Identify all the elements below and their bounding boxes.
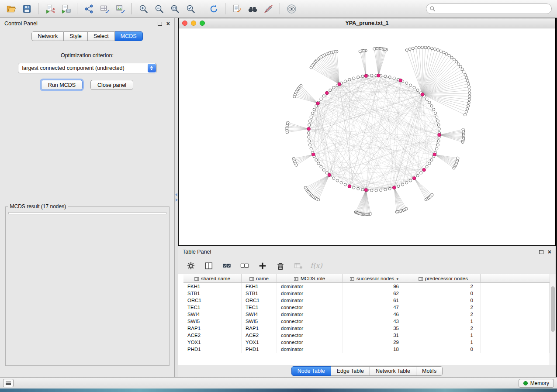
toolbar-separator [202, 3, 202, 14]
close-table-panel-icon[interactable]: × [548, 249, 551, 255]
import-network-file-button[interactable] [42, 2, 57, 15]
expand-panel-icon[interactable] [176, 198, 178, 202]
export-image-button[interactable] [113, 2, 128, 15]
maximize-window-icon[interactable] [200, 21, 205, 26]
sort-arrow-icon: ▾ [396, 277, 398, 281]
zoom-selected-icon [186, 4, 196, 14]
zoom-in-button[interactable] [136, 2, 151, 15]
cell-mcds-role: dominator [277, 290, 343, 297]
new-network-table-button[interactable] [97, 2, 112, 15]
tab-motifs[interactable]: Motifs [416, 366, 443, 376]
criterion-dropdown[interactable]: largest connected component (undirected) [18, 63, 157, 73]
table-row[interactable]: TEC1TEC1connector472 [183, 304, 550, 311]
control-panel-title: Control Panel [4, 21, 158, 27]
tab-select[interactable]: Select [88, 31, 115, 41]
export-document-button[interactable] [229, 2, 244, 15]
table-row[interactable]: ORC1ORC1dominator610 [183, 297, 550, 304]
network-window-titlebar[interactable]: YPA_prune.txt_1 [179, 18, 555, 28]
table-row[interactable]: SWI5SWI5connector431 [183, 318, 550, 325]
zoom-fit-button[interactable] [167, 2, 182, 15]
cell-successor-nodes: 46 [343, 311, 406, 318]
memory-button[interactable]: Memory [519, 379, 554, 388]
refresh-view-button[interactable] [206, 2, 221, 15]
mcds-result-title: MCDS result (17 nodes) [8, 203, 68, 210]
table-row[interactable]: SWI4SWI4dominator462 [183, 311, 550, 318]
select-all-button[interactable] [221, 260, 232, 272]
table-panel-header: Table Panel × [178, 246, 556, 258]
table-row[interactable]: YOX1YOX1connector291 [183, 339, 550, 346]
column-header-successor-nodes[interactable]: successor nodes▾ [343, 274, 406, 283]
new-network-button[interactable] [81, 2, 96, 15]
cell-mcds-role: dominator [277, 283, 343, 290]
table-row[interactable]: FKH1FKH1dominator962 [183, 283, 550, 290]
cell-predecessor-nodes: 2 [406, 283, 481, 290]
close-window-icon[interactable] [182, 21, 187, 26]
cell-shared-name: STB1 [183, 290, 242, 297]
delete-rows-button[interactable] [275, 260, 286, 272]
import-table-file-button[interactable] [58, 2, 73, 15]
annotation-pen-button[interactable] [261, 2, 276, 15]
panel-splitter[interactable] [175, 18, 178, 377]
unselect-all-icon [240, 261, 249, 271]
network-window-title: YPA_prune.txt_1 [179, 20, 555, 26]
tab-network[interactable]: Network [31, 31, 64, 41]
mcds-result-item[interactable]: PHD1 [12, 214, 166, 214]
table-row[interactable]: STB1STB1dominator620 [183, 290, 550, 297]
column-header-mcds-role[interactable]: MCDS role [277, 274, 343, 283]
close-panel-icon[interactable]: × [166, 21, 170, 27]
cell-name: FKH1 [242, 283, 277, 290]
mcds-result-list[interactable]: PHD1CAR1STP4TID3YOX1SWI4SRD1PMA2FKH1ACE2… [8, 212, 166, 214]
column-grid-icon [294, 277, 298, 281]
destroy-table-button[interactable] [293, 260, 304, 272]
float-table-panel-icon[interactable] [539, 250, 543, 254]
add-row-button[interactable] [257, 260, 268, 272]
tab-node-table[interactable]: Node Table [291, 366, 331, 376]
show-columns-button[interactable] [203, 260, 214, 272]
select-all-icon [222, 261, 232, 271]
zoom-out-button[interactable] [152, 2, 166, 15]
table-row[interactable]: RAP1RAP1dominator352 [183, 325, 550, 332]
tab-edge-table[interactable]: Edge Table [331, 366, 370, 376]
zoom-selected-button[interactable] [183, 2, 198, 15]
import-table-file-icon [61, 4, 71, 14]
run-mcds-button[interactable]: Run MCDS [41, 80, 83, 90]
column-header-predecessor-nodes[interactable]: predecessor nodes [406, 274, 481, 283]
column-label: shared name [201, 276, 230, 281]
tab-mcds[interactable]: MCDS [115, 31, 143, 41]
cell-successor-nodes: 31 [343, 332, 406, 339]
cell-predecessor-nodes: 2 [406, 304, 481, 311]
unselect-all-button[interactable] [239, 260, 250, 272]
table-row[interactable]: PHD1PHD1dominator180 [183, 346, 550, 353]
float-panel-icon[interactable] [158, 22, 162, 26]
function-builder-button[interactable]: f(x) [311, 260, 322, 272]
cell-name: YOX1 [242, 339, 277, 346]
network-canvas[interactable] [179, 28, 555, 245]
table-scrollbar[interactable] [550, 274, 556, 365]
status-menu-button[interactable] [3, 379, 14, 387]
column-grid-icon [194, 277, 199, 281]
search-binoculars-button[interactable] [245, 2, 260, 15]
network-graph[interactable] [179, 28, 555, 245]
close-panel-button[interactable]: Close panel [90, 80, 133, 90]
save-session-button[interactable] [19, 2, 34, 15]
table-scrollbar-thumb[interactable] [551, 286, 555, 332]
dropdown-stepper-icon [148, 64, 156, 72]
open-file-icon [6, 4, 16, 14]
table-panel-title: Table Panel [183, 249, 539, 255]
minimize-window-icon[interactable] [191, 21, 196, 26]
cell-mcds-role: dominator [277, 325, 343, 332]
cell-shared-name: YOX1 [183, 339, 242, 346]
tab-network-table[interactable]: Network Table [370, 366, 416, 376]
toolbar-separator [225, 3, 225, 14]
search-icon [429, 6, 436, 12]
cell-shared-name: SWI5 [183, 318, 242, 325]
column-header-shared-name[interactable]: shared name [183, 274, 242, 283]
table-settings-button[interactable] [185, 260, 197, 272]
tab-style[interactable]: Style [64, 31, 88, 41]
table-row[interactable]: ACE2ACE2connector311 [183, 332, 550, 339]
collapse-panel-icon[interactable] [175, 193, 177, 196]
show-graphics-details-button[interactable] [284, 2, 299, 15]
column-header-name[interactable]: name [242, 274, 277, 283]
open-file-button[interactable] [3, 2, 18, 15]
search-input[interactable] [426, 3, 552, 14]
